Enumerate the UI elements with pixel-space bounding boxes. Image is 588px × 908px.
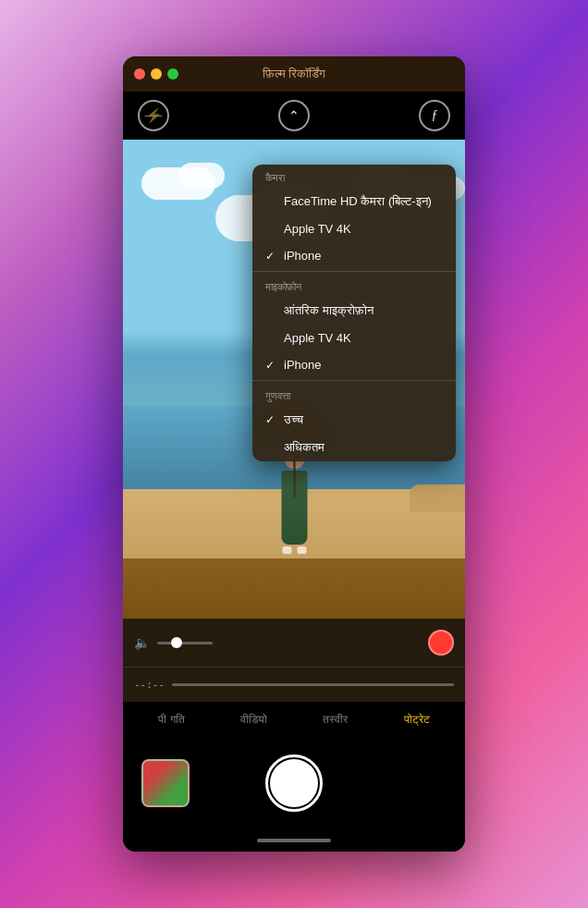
top-controls-bar: ⚡ ⌃ ƒ [123,92,465,140]
minimize-button[interactable] [151,68,162,80]
video-preview: कैमरा FaceTime HD कैमरा (बिल्ट-इन) Apple… [123,140,465,619]
quality-section-header: गुणवत्ता [252,383,456,406]
no-check-icon [265,304,280,318]
volume-icon: 🔈 [134,635,150,650]
divider-1 [252,271,456,272]
menu-item-max-quality[interactable]: अधिकतम [252,434,456,461]
volume-slider[interactable] [157,642,213,644]
divider-2 [252,380,456,381]
flash-button[interactable]: ⚡ [138,100,169,131]
checkmark-icon: ✓ [265,359,280,372]
menu-item-apple-tv-cam[interactable]: Apple TV 4K [252,215,456,242]
menu-item-label: iPhone [284,358,321,372]
menu-item-label: उच्च [284,412,303,427]
time-display: --:-- [134,679,165,691]
home-indicator-bar [123,829,465,852]
no-check-icon [265,441,280,455]
menu-item-iphone-mic[interactable]: ✓ iPhone [252,351,456,378]
traffic-lights [134,68,178,80]
capture-button-inner [270,759,318,807]
menu-item-label: Apple TV 4K [284,222,351,236]
filter-button[interactable]: ƒ [419,100,450,131]
menu-item-label: FaceTime HD कैमरा (बिल्ट-इन) [284,194,432,209]
title-bar: फ़िल्म रिकॉर्डिंग [123,56,465,92]
menu-item-facetime-hd[interactable]: FaceTime HD कैमरा (बिल्ट-इन) [252,188,456,215]
checkmark-icon: ✓ [265,250,280,263]
no-check-icon [265,195,280,209]
collapse-button[interactable]: ⌃ [278,100,310,131]
record-button[interactable] [428,630,454,656]
time-bar: --:-- [123,667,465,702]
tab-photo[interactable]: तस्वीर [317,709,353,730]
recording-controls-bar: 🔈 [123,619,465,667]
tab-slow-motion[interactable]: पी गति [153,709,190,730]
filter-icon: ƒ [432,108,438,123]
recent-photo-thumbnail[interactable] [141,759,190,807]
capture-button[interactable] [265,755,323,812]
menu-item-label: अधिकतम [284,440,325,455]
menu-item-label: Apple TV 4K [284,331,351,345]
chevron-up-icon: ⌃ [288,108,300,123]
no-check-icon [265,331,280,345]
volume-knob[interactable] [171,637,182,648]
mode-tabs-bar: पी गति वीडियो तस्वीर पोट्रेट [123,702,465,737]
camera-controls-bar [123,737,465,829]
menu-item-label: आंतरिक माइक्रोफ़ोन [284,303,374,318]
camera-section-header: कैमरा [252,165,456,188]
tab-video[interactable]: वीडियो [235,709,273,730]
home-indicator [257,839,331,842]
maximize-button[interactable] [167,68,178,80]
menu-item-iphone-cam[interactable]: ✓ iPhone [252,242,456,269]
timeline-scrubber[interactable] [172,683,454,686]
menu-item-label: iPhone [284,249,321,263]
window-title: फ़िल्म रिकॉर्डिंग [263,67,326,81]
main-window: फ़िल्म रिकॉर्डिंग ⚡ ⌃ ƒ [123,56,465,852]
no-check-icon [265,222,280,236]
camera-settings-dropdown: कैमरा FaceTime HD कैमरा (बिल्ट-इन) Apple… [252,165,456,461]
checkmark-icon: ✓ [265,413,280,426]
microphone-section-header: माइकोफ़ोन [252,274,456,297]
tab-portrait[interactable]: पोट्रेट [398,709,435,730]
menu-item-high-quality[interactable]: ✓ उच्च [252,406,456,434]
flash-icon: ⚡ [145,107,163,124]
menu-item-apple-tv-mic[interactable]: Apple TV 4K [252,325,456,351]
close-button[interactable] [134,68,145,80]
menu-item-internal-mic[interactable]: आंतरिक माइक्रोफ़ोन [252,297,456,325]
